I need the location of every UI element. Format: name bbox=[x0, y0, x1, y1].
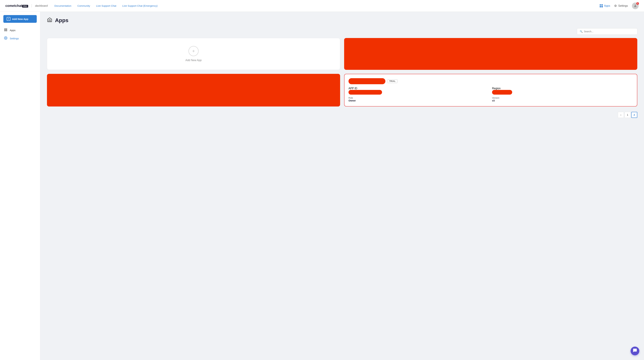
app-name-pill bbox=[348, 78, 386, 84]
version-value: v3 bbox=[492, 99, 495, 102]
detail-values: Role Owner Version v3 bbox=[348, 97, 633, 102]
svg-rect-4 bbox=[6, 30, 7, 31]
app-id-col: APP ID bbox=[348, 87, 489, 95]
pagination-page-2[interactable]: 2 bbox=[631, 112, 637, 118]
app-card-red-2[interactable] bbox=[47, 74, 340, 107]
brand-name: cometchatPRO bbox=[5, 4, 28, 8]
nav-link-community[interactable]: Community bbox=[77, 4, 90, 7]
trial-badge: TRIAL bbox=[388, 79, 398, 83]
nav-link-documentation[interactable]: Documentation bbox=[54, 4, 72, 7]
app-id-pill bbox=[348, 90, 382, 95]
divider bbox=[32, 4, 32, 7]
app-grid: + Add New App TRIAL APP ID bbox=[47, 38, 637, 107]
nav-links: Documentation Community Live Support Cha… bbox=[54, 4, 600, 7]
region-pill bbox=[492, 90, 512, 95]
page-header: Apps bbox=[47, 17, 637, 24]
sidebar-settings-label: Settings bbox=[10, 37, 19, 40]
search-input[interactable] bbox=[584, 30, 634, 33]
nav-link-live-support-emergency[interactable]: Live Support Chat (Emergency) bbox=[122, 4, 158, 7]
gear-icon: ⚙ bbox=[614, 4, 617, 8]
svg-rect-3 bbox=[4, 30, 6, 31]
pagination: ‹ 1 2 bbox=[47, 112, 637, 118]
nav-apps-label: Apps bbox=[604, 4, 610, 7]
page-title: Apps bbox=[55, 17, 68, 23]
nav-link-live-support[interactable]: Live Support Chat bbox=[96, 4, 116, 7]
region-label: Region bbox=[492, 87, 500, 90]
version-col: Version v3 bbox=[492, 97, 633, 102]
chat-widget-icon bbox=[633, 348, 637, 354]
sidebar-item-settings[interactable]: Settings bbox=[0, 34, 40, 42]
app-id-label: APP ID bbox=[348, 87, 357, 90]
svg-rect-2 bbox=[6, 29, 7, 30]
main-layout: + Add New App Apps Settings bbox=[0, 12, 644, 360]
add-new-app-card[interactable]: + Add New App bbox=[47, 38, 340, 70]
main-content: Apps 🔍 + Add New App bbox=[40, 12, 644, 360]
detail-row-ids: APP ID Region bbox=[348, 87, 633, 95]
nav-apps-button[interactable]: Apps bbox=[600, 4, 610, 7]
dashboard-label: dashboard bbox=[35, 4, 48, 7]
notification-badge: 1 bbox=[636, 2, 639, 5]
add-new-label: Add New App bbox=[12, 17, 28, 20]
plus-icon: + bbox=[7, 17, 10, 21]
sidebar-item-apps[interactable]: Apps bbox=[0, 26, 40, 34]
logo-area: cometchatPRO dashboard bbox=[5, 4, 48, 8]
pagination-page-1[interactable]: 1 bbox=[624, 112, 630, 118]
pagination-prev-button[interactable]: ‹ bbox=[618, 112, 624, 118]
add-new-app-button[interactable]: + Add New App bbox=[3, 15, 37, 23]
sidebar: + Add New App Apps Settings bbox=[0, 12, 40, 360]
sidebar-apps-label: Apps bbox=[10, 29, 16, 32]
version-label: Version bbox=[492, 97, 633, 99]
app-card-red-1[interactable] bbox=[344, 38, 637, 70]
chat-widget-button[interactable] bbox=[630, 347, 639, 355]
pro-badge: PRO bbox=[22, 5, 28, 7]
search-bar-wrap: 🔍 bbox=[47, 28, 637, 35]
nav-settings-label: Settings bbox=[618, 4, 628, 7]
nav-settings-button[interactable]: ⚙ Settings bbox=[614, 4, 628, 8]
svg-point-5 bbox=[5, 38, 6, 38]
app-name-bar: TRIAL bbox=[348, 78, 633, 84]
top-navigation: cometchatPRO dashboard Documentation Com… bbox=[0, 0, 644, 12]
add-circle-icon: + bbox=[188, 46, 198, 56]
svg-point-0 bbox=[634, 4, 636, 6]
sidebar-apps-icon bbox=[4, 28, 8, 32]
search-bar[interactable]: 🔍 bbox=[577, 28, 637, 35]
apps-grid-icon bbox=[600, 4, 603, 7]
detail-card-wrap: TRIAL APP ID Region bbox=[344, 74, 637, 107]
role-value: Owner bbox=[348, 99, 356, 102]
search-icon: 🔍 bbox=[580, 30, 582, 33]
app-detail-card[interactable]: TRIAL APP ID Region bbox=[344, 74, 637, 107]
svg-rect-1 bbox=[4, 29, 6, 30]
user-avatar-wrap[interactable]: 1 bbox=[632, 2, 639, 9]
nav-right: Apps ⚙ Settings 1 bbox=[600, 2, 639, 9]
add-new-card-label: Add New App bbox=[186, 59, 202, 62]
role-label: Role bbox=[348, 97, 489, 99]
home-icon bbox=[47, 17, 52, 24]
region-col: Region bbox=[492, 87, 633, 95]
role-col: Role Owner bbox=[348, 97, 489, 102]
sidebar-settings-icon bbox=[4, 36, 8, 40]
